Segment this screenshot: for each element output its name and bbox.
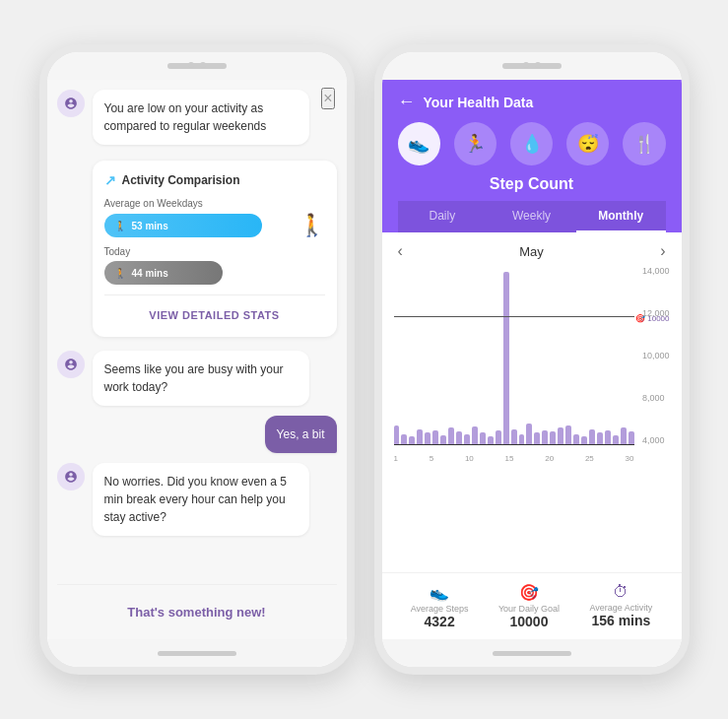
health-icons-row: 👟 🏃 💧 😴 🍴 [398, 122, 666, 165]
right-phone-notch [382, 52, 682, 80]
back-button[interactable]: ← [398, 92, 416, 112]
bot-bubble-3: No worries. Did you know even a 5 min br… [93, 463, 309, 536]
view-stats-button[interactable]: VIEW DETAILED STATS [104, 305, 325, 325]
chart-bar [629, 431, 634, 444]
chart-bar [621, 427, 627, 444]
phones-container: × You are low on your activity as compar… [10, 15, 719, 704]
chart-bar [511, 429, 517, 445]
chart-bar [440, 435, 446, 444]
left-phone-notch [47, 52, 347, 80]
stat-daily-goal: 🎯 Your Daily Goal 10000 [498, 583, 560, 629]
bot-bubble-2: Seems like you are busy with your work t… [93, 351, 309, 406]
tab-monthly[interactable]: Monthly [576, 201, 666, 232]
chart-bar [448, 427, 454, 444]
chart-bar [581, 436, 587, 444]
right-phone-bottom [382, 639, 682, 667]
chat-screen: You are low on your activity as compared… [47, 80, 347, 639]
bot-avatar [57, 90, 85, 117]
chart-nav-row: ‹ May › [394, 242, 670, 260]
weekday-row: Average on Weekdays 🚶 53 mins 🚶 [104, 198, 325, 238]
prev-month-button[interactable]: ‹ [394, 242, 407, 260]
bottom-pill [158, 651, 236, 656]
stat-label-goal: Your Daily Goal [498, 604, 560, 614]
stat-value-steps: 4322 [411, 614, 469, 629]
stat-label-activity: Average Activity [589, 603, 652, 613]
chart-bar [394, 425, 400, 444]
chart-bar [480, 432, 486, 444]
right-phone-content: ← Your Health Data 👟 🏃 💧 😴 🍴 Step Count … [382, 80, 682, 639]
chart-bar [401, 434, 407, 444]
weekday-bar: 🚶 53 mins [104, 214, 262, 237]
right-phone: ← Your Health Data 👟 🏃 💧 😴 🍴 Step Count … [374, 44, 690, 675]
chart-bar [409, 436, 415, 444]
next-month-button[interactable]: › [656, 242, 669, 260]
weekday-bar-container: 🚶 53 mins 🚶 [104, 213, 325, 238]
that-link[interactable]: That's something new! [57, 595, 337, 629]
chart-bar [589, 429, 595, 445]
bottom-divider [57, 584, 337, 585]
left-phone: × You are low on your activity as compar… [39, 44, 355, 675]
stats-footer: 👟 Average Steps 4322 🎯 Your Daily Goal 1… [382, 572, 682, 639]
user-message-row: Yes, a bit [57, 416, 337, 453]
bottom-pill-r [493, 651, 571, 656]
chart-y-labels: 14,000 12,000 10,000 8,000 4,000 [642, 266, 670, 463]
chart-bar [542, 430, 548, 444]
stat-icon-goal: 🎯 [498, 583, 560, 602]
trend-icon: ↗ [104, 172, 116, 188]
health-icon-steps[interactable]: 👟 [398, 122, 440, 165]
chart-bar [534, 432, 540, 444]
chart-bar [573, 434, 579, 444]
chat-message-row-3: No worries. Did you know even a 5 min br… [57, 463, 337, 536]
camera-dot [188, 62, 194, 68]
chat-message-row-2: Seems like you are busy with your work t… [57, 351, 337, 406]
chart-bar [464, 434, 470, 444]
health-icon-water[interactable]: 💧 [510, 122, 553, 165]
chart-bar [605, 430, 611, 444]
chart-bar [496, 430, 501, 444]
chart-wrapper: 🎯 10000 14,000 12,000 10,000 8,000 4,000… [394, 266, 670, 463]
chart-bar [456, 431, 462, 444]
chart-bar [519, 434, 525, 444]
weekday-label: Average on Weekdays [104, 198, 325, 209]
back-row: ← Your Health Data [398, 92, 666, 112]
chart-bar [432, 430, 438, 444]
camera-dots [188, 62, 206, 68]
tab-weekly[interactable]: Weekly [487, 201, 576, 232]
health-screen: ← Your Health Data 👟 🏃 💧 😴 🍴 Step Count … [382, 80, 682, 639]
walk-icon-right: 🚶 [298, 213, 325, 238]
chart-month: May [519, 244, 544, 259]
health-icon-food[interactable]: 🍴 [623, 122, 665, 165]
chart-bars-area [394, 266, 634, 445]
chart-bar [472, 426, 478, 444]
stat-avg-steps: 👟 Average Steps 4322 [411, 583, 469, 629]
chart-bar [597, 432, 603, 444]
camera-dot-r1 [523, 62, 529, 68]
bot-bubble-1: You are low on your activity as compared… [93, 90, 309, 145]
camera-dot-r2 [535, 62, 541, 68]
activity-card-title: ↗ Activity Comparision [104, 172, 325, 188]
chart-area: ‹ May › 🎯 10000 14,000 12,000 10,000 8,0… [382, 232, 682, 572]
activity-card: ↗ Activity Comparision Average on Weekda… [93, 161, 337, 337]
today-row: Today 🚶 44 mins [104, 246, 325, 285]
card-divider [104, 294, 325, 295]
tab-daily[interactable]: Daily [398, 201, 488, 232]
health-icon-sleep[interactable]: 😴 [566, 122, 609, 165]
left-phone-bottom [47, 639, 347, 667]
stat-icon-activity: ⏱ [589, 583, 652, 601]
stat-value-activity: 156 mins [589, 613, 652, 628]
user-bubble: Yes, a bit [265, 416, 337, 453]
bot-avatar-2 [57, 351, 85, 378]
chart-bar [565, 425, 571, 444]
goal-line [394, 316, 634, 318]
chart-bar [503, 272, 509, 444]
chart-bar [613, 435, 619, 444]
chart-bar [425, 432, 430, 444]
stat-avg-activity: ⏱ Average Activity 156 mins [589, 583, 652, 629]
chart-bar [550, 431, 556, 444]
left-phone-content: × You are low on your activity as compar… [47, 80, 347, 639]
today-bar-container: 🚶 44 mins [104, 261, 325, 285]
health-icon-run[interactable]: 🏃 [454, 122, 496, 165]
close-button[interactable]: × [321, 88, 334, 109]
camera-dot [200, 62, 206, 68]
stat-value-goal: 10000 [498, 614, 560, 629]
